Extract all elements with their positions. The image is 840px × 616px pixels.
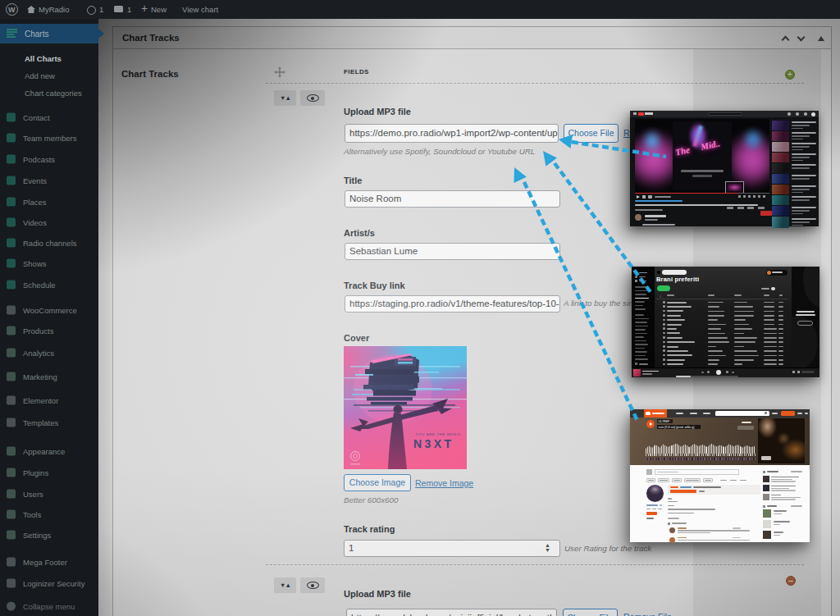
svg-text:YOU ARE THE MUSIC: YOU ARE THE MUSIC [416, 432, 462, 436]
svg-text:N3XT: N3XT [413, 437, 454, 450]
